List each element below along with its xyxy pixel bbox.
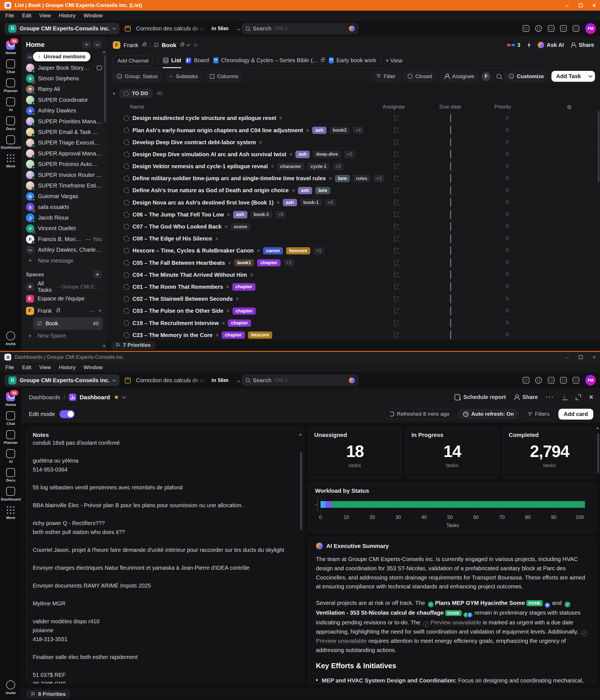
closed-button[interactable]: Closed (403, 71, 437, 81)
group-collapse-caret[interactable]: ▾ (113, 91, 115, 96)
priority-flag-cell[interactable]: ⚐ (505, 140, 510, 145)
sidebar-scrollbar[interactable] (104, 55, 106, 122)
priority-flag-cell[interactable]: ⚐ (505, 236, 510, 242)
chevron-down-icon[interactable] (122, 395, 126, 399)
tag-lore[interactable]: lore (335, 175, 350, 182)
sidebar-item-espace-equipe[interactable]: E Espace de l'équipe (22, 293, 106, 305)
sidebar-item-dm[interactable]: GGuiomar Vargas (22, 191, 106, 202)
group-status-button[interactable]: Group: Status (112, 71, 163, 81)
rail-item-chat[interactable]: Chat (0, 409, 22, 428)
menu-file[interactable]: File (5, 12, 14, 19)
workload-card[interactable]: Workload by Status Tasks 010203040506070… (309, 483, 596, 533)
rail-item-planner[interactable]: Planner (0, 76, 22, 95)
add-column-icon[interactable]: ⊕ (567, 103, 572, 110)
task-name[interactable]: C19 – The Recruitment Interview (133, 320, 219, 326)
tag-book-1[interactable]: book-1 (300, 199, 322, 206)
auto-refresh-pill[interactable]: Auto refresh: On (458, 409, 519, 419)
rail-item-more[interactable]: More (0, 152, 22, 170)
assignee-cell[interactable] (394, 247, 395, 255)
assignee-cell[interactable] (394, 210, 395, 219)
column-assignee[interactable]: Assignee (383, 104, 405, 110)
toolbar-user-avatar[interactable]: F (482, 72, 490, 81)
sidebar-scroll-down[interactable] (102, 345, 106, 347)
priority-flag-cell[interactable]: ⚐ (505, 115, 510, 121)
task-row[interactable]: C04 – The Minute That Arrived Without Hi… (107, 269, 600, 281)
ask-ai-button[interactable]: Ask AI (538, 42, 564, 48)
back-button[interactable]: ← (223, 377, 229, 384)
apps-grid-icon[interactable] (573, 25, 579, 32)
sidebar-item-dm[interactable]: AAshley Dawkes (22, 105, 106, 116)
sidebar-item-dm[interactable]: SUPER Triage Executive As... (22, 138, 106, 148)
task-name[interactable]: Define Ash's true nature as God of Death… (133, 187, 289, 194)
assignee-cell[interactable] (394, 331, 395, 339)
forward-button[interactable]: → (235, 25, 241, 32)
sidebar-item-dm[interactable]: ●●Ashi, Si...↑Unread mentions (22, 52, 106, 62)
assignee-cell[interactable] (394, 283, 395, 291)
sidebar-item-book[interactable]: ☑ Book 40 (33, 317, 103, 330)
task-row[interactable]: C01 – The Room That Remembers≡chapter⚐ (107, 281, 600, 293)
due-date-cell[interactable] (450, 114, 451, 122)
event-title[interactable]: Correction des calculs de ch (136, 377, 206, 384)
space-badge[interactable]: F (113, 41, 120, 49)
priority-flag-cell[interactable]: ⚐ (505, 284, 510, 290)
assignee-cell[interactable] (394, 162, 395, 171)
assignee-cell[interactable] (394, 295, 395, 303)
task-name[interactable]: C03 – The Pulse on the Other Side (133, 308, 224, 314)
tag-chapter[interactable]: chapter (222, 331, 245, 339)
assignee-cell[interactable] (394, 307, 395, 315)
tag-canon[interactable]: canon (263, 247, 283, 254)
workspace-switcher[interactable]: G Groupe CMI Experts-Conseils inc. (4, 374, 120, 386)
sidebar-item-dm[interactable]: ●●Ashley Dawkes, Charles Mo... (22, 245, 106, 255)
task-status-icon[interactable] (124, 151, 129, 157)
due-date-cell[interactable] (450, 174, 451, 182)
columns-button[interactable]: Columns (205, 71, 243, 81)
assignee-cell[interactable] (394, 271, 395, 279)
assignee-cell[interactable] (394, 114, 395, 122)
tag-ash[interactable]: ash (283, 199, 297, 206)
rail-item-planner[interactable]: Planner (0, 428, 22, 447)
more-tags-chip[interactable]: +1 (284, 259, 294, 267)
edit-mode-toggle[interactable] (59, 410, 75, 418)
task-status-icon[interactable] (124, 296, 129, 302)
due-date-cell[interactable] (450, 223, 451, 231)
rail-item-home[interactable]: 31Home (0, 39, 22, 57)
assignee-cell[interactable] (394, 186, 395, 195)
sidebar-item-dm[interactable]: Ssafa essakhi (22, 202, 106, 212)
breadcrumb-space[interactable]: Frank (124, 42, 139, 49)
menu-file[interactable]: File (5, 365, 14, 371)
more-tags-chip[interactable]: +4 (353, 127, 363, 134)
menu-history[interactable]: History (59, 365, 76, 371)
task-row[interactable]: C05 – The Fall Between Heartbeats≡book1c… (107, 257, 600, 269)
back-button[interactable]: ← (223, 25, 229, 32)
column-priority[interactable]: Priority (495, 104, 511, 110)
tag-chapter[interactable]: chapter (232, 283, 256, 291)
expand-icon[interactable] (576, 395, 581, 400)
maximize-button[interactable] (579, 355, 583, 359)
due-date-cell[interactable] (450, 307, 451, 315)
due-date-cell[interactable] (450, 331, 451, 339)
subtasks-button[interactable]: ⌐Subtasks (165, 71, 203, 81)
video-icon[interactable] (548, 377, 554, 384)
more-tags-chip[interactable]: +4 (325, 199, 336, 206)
new-space-button[interactable]: + New Space (22, 330, 106, 342)
sidebar-item-dm[interactable]: SUPER Process Automator (22, 159, 106, 169)
menu-window[interactable]: Window (83, 365, 102, 371)
sidebar-item-dm[interactable]: SUPER Timeframe Estimator (22, 180, 106, 191)
task-status-icon[interactable] (124, 332, 129, 338)
task-name[interactable]: Design Deep Dive simulation AI arc and A… (133, 151, 286, 158)
download-icon[interactable] (562, 395, 568, 400)
notes-scrollbar[interactable] (300, 452, 302, 530)
sidebar-item-dm[interactable]: SUPER Priorities Manager (22, 116, 106, 127)
due-date-cell[interactable] (450, 235, 451, 243)
tag-chapter[interactable]: chapter (228, 320, 251, 327)
schedule-report-button[interactable]: Schedule report (455, 394, 506, 400)
task-row[interactable]: C23 – The Memory in the Core≡chapterhexc… (107, 329, 600, 339)
breadcrumb-dashboards[interactable]: Dashboards (29, 394, 60, 401)
tag-ash[interactable]: ash (298, 187, 312, 194)
task-link[interactable]: Plans MEP GYM Hyacinthe Some (435, 600, 525, 606)
filter-button[interactable]: Filter (371, 71, 400, 81)
rail-item-more[interactable]: More (0, 504, 22, 522)
due-date-cell[interactable] (450, 295, 451, 303)
due-date-cell[interactable] (450, 271, 451, 279)
rail-item-dashboard[interactable]: Dashboard (0, 484, 22, 504)
